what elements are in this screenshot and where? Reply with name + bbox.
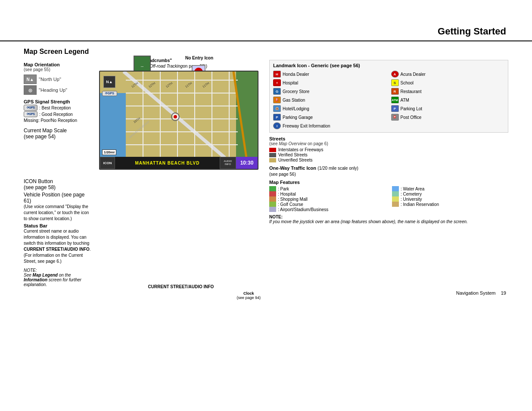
landmark-parking-lot: P Parking Lot [391, 105, 505, 112]
parking-garage-icon: P [273, 114, 281, 121]
landmark-parking-garage: P Parking Garage [273, 113, 387, 121]
landmark-restaurant: R Restaurant [391, 87, 505, 95]
note-right-label: NOTE: [269, 215, 283, 219]
post-office-icon: 📮 [391, 114, 399, 121]
grocery-icon: G [273, 88, 281, 95]
feature-airport: : Airport/Stadium/Business [269, 207, 386, 212]
audio-info-btn[interactable]: AUDIOINFO [220, 157, 236, 169]
indian-label: : Indian Reservation [401, 202, 439, 207]
svg-text:10TH: 10TH [133, 117, 141, 124]
landmark-hospital: + Hospital [273, 79, 387, 87]
heading-up-label: "Heading Up" [39, 87, 67, 93]
status-bar-sub: (For information on the Current Street, … [24, 253, 83, 264]
hospital-icon: + [273, 79, 281, 86]
features-grid: : Park : Hospital : Shopping Mall : [269, 186, 508, 212]
feature-indian: : Indian Reservation [392, 202, 508, 207]
feature-cemetery: : Cemetery [392, 191, 508, 196]
status-bar-bold: CURRENT STREET/AUDIO INFO [24, 247, 90, 252]
landmark-box: Landmark Icon - Generic (see page 56) H … [269, 60, 508, 133]
golf-color [269, 202, 276, 207]
one-way-section: One-Way Traffic Icon (1/20 mile scale on… [269, 165, 508, 177]
atm-label: ATM [401, 98, 409, 103]
gps-good-icon: ⟳GPS [24, 111, 37, 117]
diagram-wrapper: Map Orientation (see page 55) N▲ "North … [24, 60, 508, 287]
shopping-color [269, 196, 276, 202]
map-scale-title: Current Map Scale [24, 128, 93, 134]
gps-good-label: : Good Reception [39, 112, 73, 117]
svg-text:11TH: 11TH [185, 81, 193, 88]
hotel-icon: 🏨 [273, 105, 281, 112]
icon-btn-display[interactable]: ICON [100, 157, 115, 169]
north-up-icon: N▲ [24, 75, 37, 84]
map-features-title: Map Features [269, 180, 508, 185]
freeway-icon: i [273, 122, 281, 129]
map-orientation-title: Map Orientation [24, 62, 93, 67]
verified-label: Verified Streets [278, 153, 308, 157]
street-name-display: MANHATTAN BEACH BLVD [115, 157, 220, 169]
freeway-label: Freeway Exit Information [283, 124, 330, 128]
clock-label: Clock (see page 94) [236, 291, 261, 300]
streets-sub: (see Map Overview on page 6) [269, 141, 508, 146]
atm-icon: ATM [391, 97, 399, 103]
current-map-scale: Current Map Scale (see page 54) [24, 128, 93, 140]
note-left-text1: See Map Legend on the Information screen… [24, 273, 81, 287]
vehicle-position: Vehicle Position (see page 61) (Use voic… [24, 192, 93, 222]
feature-water: : Water Area [392, 186, 508, 191]
content-area: Map Screen Legend Map Orientation (see p… [0, 41, 532, 300]
hospital-feat-color [269, 191, 276, 196]
golf-label: : Golf Course [278, 202, 303, 207]
no-entry-annotation: No Entry Icon [185, 56, 213, 60]
status-bar-text1: Current street name or audio information… [24, 229, 89, 246]
orientation-icons: N▲ "North Up" ◎ "Heading Up" [24, 75, 93, 95]
center-column: "Breadcrumbs" (see Off-road Trackingon p… [99, 60, 263, 287]
gps-best-label: : Best Reception [39, 106, 71, 110]
landmark-freeway: i Freeway Exit Information [273, 122, 504, 130]
section-title: Map Screen Legend [24, 48, 508, 56]
page-title: Getting Started [26, 26, 506, 37]
feature-park: : Park [269, 186, 386, 191]
nav-system-label: Navigation System [456, 290, 496, 296]
landmark-grid: H Honda Dealer A Acura Dealer + Hospital [273, 70, 504, 130]
map-orientation-sub: (see page 55) [24, 67, 93, 72]
water-label: : Water Area [401, 187, 424, 191]
cemetery-color [392, 191, 399, 196]
landmark-gas: ⛽ Gas Station [273, 96, 387, 104]
water-color [392, 186, 399, 191]
interstate-label: Interstates or Freeways [278, 147, 323, 152]
svg-text:12TH: 12TH [148, 81, 156, 88]
one-way-sub2: (see page 56) [269, 172, 296, 177]
hospital-label: Hospital [283, 81, 298, 85]
note-left: NOTE: See Map Legend on the Information … [24, 268, 93, 287]
status-bar-text2: . [90, 247, 91, 252]
streets-title: Streets [269, 136, 508, 141]
grocery-label: Grocery Store [283, 89, 309, 94]
post-office-label: Post Office [401, 115, 422, 120]
gas-label: Gas Station [283, 98, 305, 103]
restaurant-icon: R [391, 88, 399, 95]
note-right-text: If you move the joystick over an area (m… [269, 219, 508, 224]
clock-display: 10:30 [236, 157, 258, 169]
heading-up-icon: ◎ [24, 85, 37, 95]
park-label: : Park [278, 187, 289, 191]
vehicle-pos-title: Vehicle Position (see page 61) [24, 192, 93, 204]
unverified-item: Unverified Streets [269, 158, 508, 162]
note-left-label: NOTE: [24, 268, 37, 273]
acura-icon: A [391, 71, 399, 78]
airport-color [269, 207, 276, 212]
one-way-sub: (1/20 mile scale only) [317, 166, 358, 171]
map-orientation: Map Orientation (see page 55) N▲ "North … [24, 62, 93, 95]
hospital-feat-label: : Hospital [278, 192, 296, 196]
school-icon: S [391, 79, 399, 86]
feature-hospital: : Hospital [269, 191, 386, 196]
university-label: : University [401, 197, 422, 202]
note-right: NOTE: If you move the joystick over an a… [269, 215, 508, 224]
streets-section: Streets (see Map Overview on page 6) Int… [269, 136, 508, 162]
page-number: Navigation System 19 [24, 290, 508, 296]
features-right-col: : Water Area : Cemetery : University [392, 186, 508, 212]
current-street-label: CURRENT STREET/AUDIO INFO [148, 284, 214, 289]
gps-missing: Missing: Poor/No Reception [24, 118, 93, 123]
gps-good-row: ⟳GPS : Good Reception [24, 111, 93, 117]
acura-label: Acura Dealer [401, 72, 426, 77]
compass: N▲ [103, 76, 115, 88]
map-features-section: Map Features : Park : Hospital [269, 180, 508, 212]
